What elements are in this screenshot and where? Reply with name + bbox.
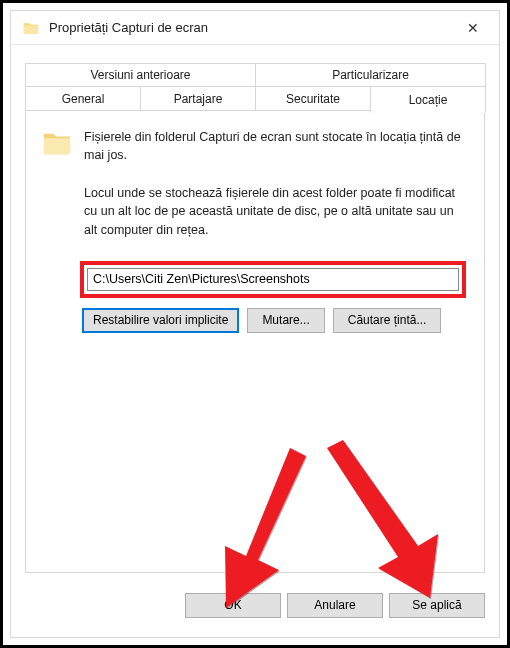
location-panel: Fișierele din folderul Capturi de ecran …	[25, 110, 485, 573]
find-target-button[interactable]: Căutare țintă...	[333, 308, 442, 333]
folder-icon	[23, 21, 39, 35]
move-button[interactable]: Mutare...	[247, 308, 324, 333]
tab-security[interactable]: Securitate	[255, 87, 371, 111]
tab-general[interactable]: General	[25, 87, 141, 111]
close-button[interactable]: ✕	[451, 13, 495, 43]
location-path-input[interactable]	[87, 268, 459, 291]
header-text: Fișierele din folderul Capturi de ecran …	[84, 128, 468, 164]
restore-defaults-button[interactable]: Restabilire valori implicite	[82, 308, 239, 333]
path-highlight	[80, 261, 466, 298]
window-title: Proprietăți Capturi de ecran	[49, 20, 451, 35]
titlebar: Proprietăți Capturi de ecran ✕	[11, 11, 499, 45]
tab-sharing[interactable]: Partajare	[140, 87, 256, 111]
close-icon: ✕	[467, 20, 479, 36]
tab-previous-versions[interactable]: Versiuni anterioare	[25, 63, 256, 87]
properties-dialog: Proprietăți Capturi de ecran ✕ Versiuni …	[10, 10, 500, 638]
ok-button[interactable]: OK	[185, 593, 281, 618]
tab-customize[interactable]: Particularizare	[255, 63, 486, 87]
folder-icon	[42, 130, 72, 156]
apply-button[interactable]: Se aplică	[389, 593, 485, 618]
tabs: Versiuni anterioare Particularizare Gene…	[25, 63, 485, 111]
dialog-footer: OK Anulare Se aplică	[11, 583, 499, 637]
tab-location[interactable]: Locație	[370, 87, 486, 113]
explanation-text: Locul unde se stochează fișierele din ac…	[84, 184, 468, 238]
cancel-button[interactable]: Anulare	[287, 593, 383, 618]
